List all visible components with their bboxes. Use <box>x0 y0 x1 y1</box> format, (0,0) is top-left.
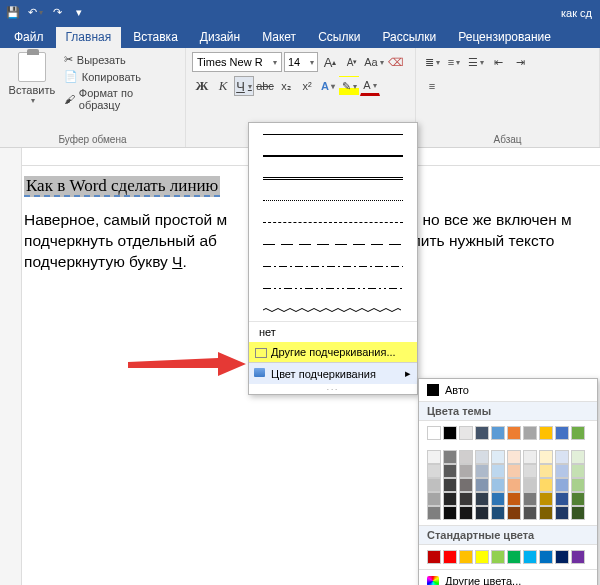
bullets-button[interactable]: ≣▾ <box>422 52 442 72</box>
tab-home[interactable]: Главная <box>56 27 122 48</box>
numbering-button[interactable]: ≡▾ <box>444 52 464 72</box>
color-swatch[interactable] <box>523 450 537 464</box>
underline-button[interactable]: Ч▾ <box>234 76 254 96</box>
color-swatch[interactable] <box>443 506 457 520</box>
color-swatch[interactable] <box>507 450 521 464</box>
color-swatch[interactable] <box>475 426 489 440</box>
color-swatch[interactable] <box>475 550 489 564</box>
color-swatch[interactable] <box>507 550 521 564</box>
color-swatch[interactable] <box>475 464 489 478</box>
color-swatch[interactable] <box>571 492 585 506</box>
color-swatch[interactable] <box>459 464 473 478</box>
color-swatch[interactable] <box>523 426 537 440</box>
color-swatch[interactable] <box>539 450 553 464</box>
subscript-button[interactable]: x₂ <box>276 76 296 96</box>
decrease-indent-button[interactable]: ⇤ <box>488 52 508 72</box>
color-swatch[interactable] <box>491 506 505 520</box>
color-swatch[interactable] <box>427 450 441 464</box>
grow-font-button[interactable]: A▴ <box>320 52 340 72</box>
cut-button[interactable]: ✂Вырезать <box>62 52 179 67</box>
color-swatch[interactable] <box>523 478 537 492</box>
color-auto[interactable]: Авто <box>419 379 597 401</box>
color-swatch[interactable] <box>539 464 553 478</box>
color-swatch[interactable] <box>539 478 553 492</box>
color-swatch[interactable] <box>555 506 569 520</box>
color-swatch[interactable] <box>555 550 569 564</box>
color-swatch[interactable] <box>571 478 585 492</box>
tab-insert[interactable]: Вставка <box>123 27 188 48</box>
align-left-button[interactable]: ≡ <box>422 76 442 96</box>
color-swatch[interactable] <box>491 550 505 564</box>
color-swatch[interactable] <box>475 492 489 506</box>
change-case-button[interactable]: Aa▾ <box>364 52 384 72</box>
color-swatch[interactable] <box>523 550 537 564</box>
clear-format-button[interactable]: ⌫ <box>386 52 406 72</box>
multilevel-button[interactable]: ☰▾ <box>466 52 486 72</box>
color-swatch[interactable] <box>507 492 521 506</box>
color-swatch[interactable] <box>459 450 473 464</box>
color-swatch[interactable] <box>523 464 537 478</box>
tab-design[interactable]: Дизайн <box>190 27 250 48</box>
color-swatch[interactable] <box>555 450 569 464</box>
underline-style-dotted[interactable] <box>249 189 417 211</box>
color-swatch[interactable] <box>427 492 441 506</box>
underline-color-submenu[interactable]: Цвет подчеркивания ▸ <box>249 362 417 384</box>
color-swatch[interactable] <box>459 506 473 520</box>
color-swatch[interactable] <box>539 550 553 564</box>
format-painter-button[interactable]: 🖌Формат по образцу <box>62 86 179 112</box>
color-swatch[interactable] <box>443 426 457 440</box>
color-swatch[interactable] <box>459 492 473 506</box>
color-swatch[interactable] <box>443 550 457 564</box>
color-swatch[interactable] <box>427 550 441 564</box>
dropdown-drag-handle[interactable]: ··· <box>249 384 417 394</box>
increase-indent-button[interactable]: ⇥ <box>510 52 530 72</box>
strikethrough-button[interactable]: abc <box>255 76 275 96</box>
color-swatch[interactable] <box>427 506 441 520</box>
underline-style-dash-dot-dot[interactable] <box>249 277 417 299</box>
more-colors[interactable]: Другие цвета... <box>419 569 597 585</box>
redo-button[interactable]: ↷ <box>48 4 66 22</box>
color-swatch[interactable] <box>539 506 553 520</box>
color-swatch[interactable] <box>539 492 553 506</box>
color-swatch[interactable] <box>507 506 521 520</box>
italic-button[interactable]: К <box>213 76 233 96</box>
color-swatch[interactable] <box>491 464 505 478</box>
color-swatch[interactable] <box>523 506 537 520</box>
tab-references[interactable]: Ссылки <box>308 27 370 48</box>
underline-style-dash[interactable] <box>249 211 417 233</box>
color-swatch[interactable] <box>555 492 569 506</box>
color-swatch[interactable] <box>427 478 441 492</box>
underline-none[interactable]: нет <box>249 321 417 342</box>
color-swatch[interactable] <box>555 478 569 492</box>
text-effects-button[interactable]: A▾ <box>318 76 338 96</box>
color-swatch[interactable] <box>459 478 473 492</box>
superscript-button[interactable]: x² <box>297 76 317 96</box>
color-swatch[interactable] <box>571 426 585 440</box>
color-swatch[interactable] <box>443 450 457 464</box>
color-swatch[interactable] <box>571 450 585 464</box>
tab-layout[interactable]: Макет <box>252 27 306 48</box>
underline-style-thick[interactable] <box>249 145 417 167</box>
color-swatch[interactable] <box>555 464 569 478</box>
document-heading[interactable]: Как в Word сделать линию <box>24 176 220 197</box>
tab-mailings[interactable]: Рассылки <box>372 27 446 48</box>
font-size-combo[interactable]: 14▾ <box>284 52 318 72</box>
color-swatch[interactable] <box>507 426 521 440</box>
color-swatch[interactable] <box>443 478 457 492</box>
color-swatch[interactable] <box>459 550 473 564</box>
color-swatch[interactable] <box>539 426 553 440</box>
qat-customize[interactable]: ▾ <box>70 4 88 22</box>
color-swatch[interactable] <box>427 426 441 440</box>
underline-more[interactable]: Другие подчеркивания... <box>249 342 417 362</box>
color-swatch[interactable] <box>523 492 537 506</box>
underline-style-long-dash[interactable] <box>249 233 417 255</box>
color-swatch[interactable] <box>491 492 505 506</box>
highlight-button[interactable]: ✎▾ <box>339 76 359 96</box>
shrink-font-button[interactable]: A▾ <box>342 52 362 72</box>
underline-style-dash-dot[interactable] <box>249 255 417 277</box>
font-color-button[interactable]: A▾ <box>360 76 380 96</box>
color-swatch[interactable] <box>507 478 521 492</box>
underline-style-wave[interactable] <box>249 299 417 321</box>
color-swatch[interactable] <box>443 492 457 506</box>
color-swatch[interactable] <box>491 426 505 440</box>
